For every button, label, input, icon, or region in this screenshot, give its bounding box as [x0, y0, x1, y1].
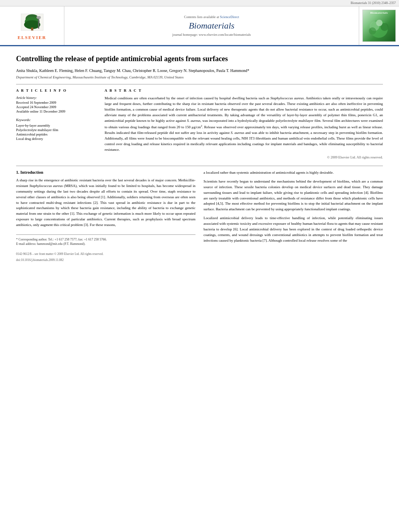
svg-rect-7	[37, 16, 41, 18]
svg-rect-5	[38, 17, 39, 29]
body-col-right: a localized rather than systemic adminis…	[204, 170, 383, 262]
affiliation: Department of Chemical Engineering, Mass…	[16, 75, 383, 79]
publisher-logo-area: ELSEVIER	[0, 6, 64, 45]
journal-cover: Biomaterials	[362, 10, 396, 42]
issn-text: 0142-9612/$ – see front matter © 2009 El…	[16, 252, 103, 256]
elsevier-logo: ELSEVIER	[16, 12, 48, 40]
article-info-abstract: A R T I C L E I N F O Article history: R…	[16, 88, 383, 159]
abstract-label: A B S T R A C T	[105, 88, 383, 92]
keyword-3: Antimicrobial peptides	[16, 132, 97, 136]
available-date: Available online 11 December 2009	[16, 109, 97, 113]
footnote-area: * Corresponding author. Tel.: +1 617 258…	[16, 234, 195, 246]
cover-image-area: Biomaterials	[359, 6, 399, 45]
intro-section-title: 1. Introduction	[16, 170, 195, 175]
intro-para2: a localized rather than systemic adminis…	[204, 170, 383, 176]
history-label: Article history:	[16, 96, 97, 100]
abstract-text: Medical conditions are often exacerbated…	[105, 96, 383, 152]
footer-bar: 0142-9612/$ – see front matter © 2009 El…	[16, 251, 195, 257]
article-title: Controlling the release of peptide antim…	[16, 54, 383, 64]
intro-para4: Localized antimicrobial delivery leads t…	[204, 216, 383, 244]
doi-text: doi:10.1016/j.biomaterials.2009.11.082	[16, 258, 195, 262]
received-date: Received 16 September 2009	[16, 101, 97, 105]
keyword-1: Layer-by-layer assembly	[16, 123, 97, 127]
authors-line: Anita Shukla, Kathleen E. Fleming, Helen…	[16, 68, 383, 74]
sciencedirect-link[interactable]: ScienceDirect	[220, 15, 239, 19]
section-divider	[16, 166, 383, 166]
header-divider	[16, 84, 383, 84]
sciencedirect-line: Contents lists available at ScienceDirec…	[184, 15, 239, 19]
body-content: 1. Introduction A sharp rise in the emer…	[16, 170, 383, 262]
email-note: E-mail address: hammond@mit.edu (P.T. Ha…	[16, 242, 195, 246]
svg-rect-4	[31, 27, 33, 30]
keywords-label: Keywords:	[16, 118, 97, 122]
intro-para3: Scientists have recently begun to unders…	[204, 179, 383, 213]
cover-title: Biomaterials	[368, 10, 389, 15]
elsevier-label: ELSEVIER	[18, 35, 47, 40]
article-info-label: A R T I C L E I N F O	[16, 88, 97, 92]
svg-point-12	[376, 20, 383, 26]
journal-citation: Biomaterials 31 (2010) 2348–2357	[0, 0, 399, 6]
journal-header: ELSEVIER Contents lists available at Sci…	[0, 6, 399, 46]
keywords-list: Layer-by-layer assembly Polyelectrolyte …	[16, 123, 97, 141]
svg-point-13	[369, 27, 376, 35]
journal-title-area: Contents lists available at ScienceDirec…	[64, 6, 359, 45]
journal-title: Biomaterials	[189, 21, 234, 31]
copyright-notice: © 2009 Elsevier Ltd. All rights reserved…	[105, 155, 383, 159]
body-col-left: 1. Introduction A sharp rise in the emer…	[16, 170, 195, 262]
journal-homepage: journal homepage: www.elsevier.com/locat…	[172, 33, 251, 37]
keyword-2: Polyelectrolyte multilayer film	[16, 128, 97, 132]
citation-text: Biomaterials 31 (2010) 2348–2357	[351, 1, 396, 5]
elsevier-tree-icon	[16, 12, 48, 34]
main-content: Controlling the release of peptide antim…	[0, 46, 399, 270]
corresponding-author-note: * Corresponding author. Tel.: +1 617 258…	[16, 237, 195, 242]
abstract-col: A B S T R A C T Medical conditions are o…	[105, 88, 383, 159]
accepted-date: Accepted 24 November 2009	[16, 105, 97, 109]
intro-para1: A sharp rise in the emergence of antibio…	[16, 178, 195, 228]
keyword-4: Local drug delivery	[16, 137, 97, 141]
cover-image-icon	[362, 15, 396, 39]
article-info-col: A R T I C L E I N F O Article history: R…	[16, 88, 97, 159]
